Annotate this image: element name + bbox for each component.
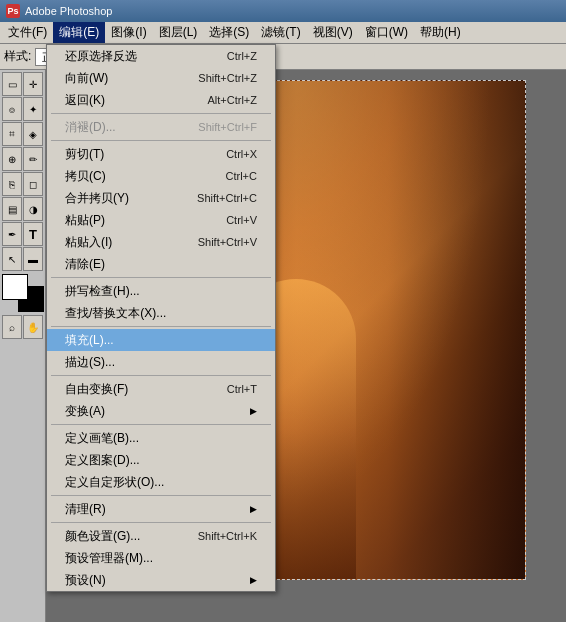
eyedropper-tool[interactable]: ◈: [23, 122, 43, 146]
menu-item-profile_manager[interactable]: 预设管理器(M)...: [47, 547, 275, 569]
edit-menu-dropdown: 还原选择反选Ctrl+Z向前(W)Shift+Ctrl+Z返回(K)Alt+Ct…: [46, 44, 276, 592]
heal-tools: ⊕ ✏: [2, 147, 43, 171]
menu-item-shortcut-copy_merged: Shift+Ctrl+C: [197, 192, 257, 204]
menu-item-shortcut-copy: Ctrl+C: [226, 170, 257, 182]
menu-item-label-cut: 剪切(T): [65, 146, 104, 163]
menu-item-label-profile_manager: 预设管理器(M)...: [65, 550, 153, 567]
clone-tools: ⎘ ◻: [2, 172, 43, 196]
heal-tool[interactable]: ⊕: [2, 147, 22, 171]
menu-item-define_pattern[interactable]: 定义图案(D)...: [47, 449, 275, 471]
menu-item-purge[interactable]: 清理(R)▶: [47, 498, 275, 520]
menu-separator-after-clear: [51, 277, 271, 278]
menu-item-label-purge: 清理(R): [65, 501, 106, 518]
menu-item-shortcut-paste_into: Shift+Ctrl+V: [198, 236, 257, 248]
menu-item-label-presets: 预设(N): [65, 572, 106, 589]
menu-item-shortcut-fade: Shift+Ctrl+F: [198, 121, 257, 133]
menu-item-label-clear: 清除(E): [65, 256, 105, 273]
crop-tools: ⌗ ◈: [2, 122, 43, 146]
menu-separator-after-stroke: [51, 375, 271, 376]
menu-separator-after-step_backward: [51, 113, 271, 114]
pen-tools: ✒ T: [2, 222, 43, 246]
style-label: 样式:: [4, 48, 31, 65]
menu-item-fade: 消褪(D)...Shift+Ctrl+F: [47, 116, 275, 138]
menu-window[interactable]: 窗口(W): [359, 22, 414, 43]
menu-item-label-free_transform: 自由变换(F): [65, 381, 128, 398]
shape-tool[interactable]: ▬: [23, 247, 43, 271]
menu-item-label-transform: 变换(A): [65, 403, 105, 420]
menu-item-shortcut-undo: Ctrl+Z: [227, 50, 257, 62]
menu-item-copy[interactable]: 拷贝(C)Ctrl+C: [47, 165, 275, 187]
brush-tool[interactable]: ✏: [23, 147, 43, 171]
dodge-tool[interactable]: ◑: [23, 197, 43, 221]
menu-item-presets[interactable]: 预设(N)▶: [47, 569, 275, 591]
menu-separator-after-purge: [51, 522, 271, 523]
menu-edit[interactable]: 编辑(E): [53, 22, 105, 43]
lasso-tool[interactable]: ⌾: [2, 97, 22, 121]
menu-layer[interactable]: 图层(L): [153, 22, 204, 43]
text-tool[interactable]: T: [23, 222, 43, 246]
menu-item-stroke[interactable]: 描边(S)...: [47, 351, 275, 373]
menu-item-label-define_brush: 定义画笔(B)...: [65, 430, 139, 447]
menu-item-label-stroke: 描边(S)...: [65, 354, 115, 371]
clone-tool[interactable]: ⎘: [2, 172, 22, 196]
gradient-tool[interactable]: ▤: [2, 197, 22, 221]
menu-view[interactable]: 视图(V): [307, 22, 359, 43]
submenu-arrow-icon-transform: ▶: [250, 406, 257, 416]
app-icon: Ps: [6, 4, 20, 18]
pen-tool[interactable]: ✒: [2, 222, 22, 246]
menu-separator-after-fade: [51, 140, 271, 141]
crop-tool[interactable]: ⌗: [2, 122, 22, 146]
zoom-tool[interactable]: ⌕: [2, 315, 22, 339]
menu-item-copy_merged[interactable]: 合并拷贝(Y)Shift+Ctrl+C: [47, 187, 275, 209]
menu-item-label-copy_merged: 合并拷贝(Y): [65, 190, 129, 207]
hand-tool[interactable]: ✋: [23, 315, 43, 339]
path-select-tool[interactable]: ↖: [2, 247, 22, 271]
foreground-color[interactable]: [2, 274, 28, 300]
menu-item-label-define_shape: 定义自定形状(O)...: [65, 474, 164, 491]
menu-item-paste_into[interactable]: 粘贴入(I)Shift+Ctrl+V: [47, 231, 275, 253]
menu-item-label-fill: 填充(L)...: [65, 332, 114, 349]
menu-item-fill[interactable]: 填充(L)...: [47, 329, 275, 351]
eraser-tool[interactable]: ◻: [23, 172, 43, 196]
selection-tools: ▭ ✛: [2, 72, 43, 96]
menu-item-clear[interactable]: 清除(E): [47, 253, 275, 275]
menu-item-step_backward[interactable]: 返回(K)Alt+Ctrl+Z: [47, 89, 275, 111]
menu-item-free_transform[interactable]: 自由变换(F)Ctrl+T: [47, 378, 275, 400]
menu-item-define_brush[interactable]: 定义画笔(B)...: [47, 427, 275, 449]
menu-item-label-step_forward: 向前(W): [65, 70, 108, 87]
menu-filter[interactable]: 滤镜(T): [255, 22, 306, 43]
path-tools: ↖ ▬: [2, 247, 43, 271]
menu-item-label-color_settings: 颜色设置(G)...: [65, 528, 140, 545]
menu-item-step_forward[interactable]: 向前(W)Shift+Ctrl+Z: [47, 67, 275, 89]
menu-separator-after-findreplace: [51, 326, 271, 327]
menu-item-spellcheck[interactable]: 拼写检查(H)...: [47, 280, 275, 302]
view-tools: ⌕ ✋: [2, 315, 43, 339]
menu-file[interactable]: 文件(F): [2, 22, 53, 43]
menu-item-paste[interactable]: 粘贴(P)Ctrl+V: [47, 209, 275, 231]
menu-item-label-findreplace: 查找/替换文本(X)...: [65, 305, 166, 322]
magic-wand-tool[interactable]: ✦: [23, 97, 43, 121]
menu-item-define_shape[interactable]: 定义自定形状(O)...: [47, 471, 275, 493]
gradient-tools: ▤ ◑: [2, 197, 43, 221]
marquee-tool[interactable]: ▭: [2, 72, 22, 96]
menu-item-findreplace[interactable]: 查找/替换文本(X)...: [47, 302, 275, 324]
menu-item-shortcut-cut: Ctrl+X: [226, 148, 257, 160]
menu-separator-after-define_shape: [51, 495, 271, 496]
menu-item-label-paste: 粘贴(P): [65, 212, 105, 229]
menu-image[interactable]: 图像(I): [105, 22, 152, 43]
menu-item-transform[interactable]: 变换(A)▶: [47, 400, 275, 422]
submenu-arrow-icon-purge: ▶: [250, 504, 257, 514]
submenu-arrow-icon-presets: ▶: [250, 575, 257, 585]
move-tool[interactable]: ✛: [23, 72, 43, 96]
menu-item-label-fade: 消褪(D)...: [65, 119, 116, 136]
menu-item-label-spellcheck: 拼写检查(H)...: [65, 283, 140, 300]
menu-item-undo[interactable]: 还原选择反选Ctrl+Z: [47, 45, 275, 67]
menu-select[interactable]: 选择(S): [203, 22, 255, 43]
menu-item-shortcut-step_backward: Alt+Ctrl+Z: [207, 94, 257, 106]
menu-item-color_settings[interactable]: 颜色设置(G)...Shift+Ctrl+K: [47, 525, 275, 547]
menu-item-label-copy: 拷贝(C): [65, 168, 106, 185]
menu-help[interactable]: 帮助(H): [414, 22, 467, 43]
title-bar: Ps Adobe Photoshop: [0, 0, 566, 22]
menu-item-cut[interactable]: 剪切(T)Ctrl+X: [47, 143, 275, 165]
color-swatch: [2, 274, 44, 312]
